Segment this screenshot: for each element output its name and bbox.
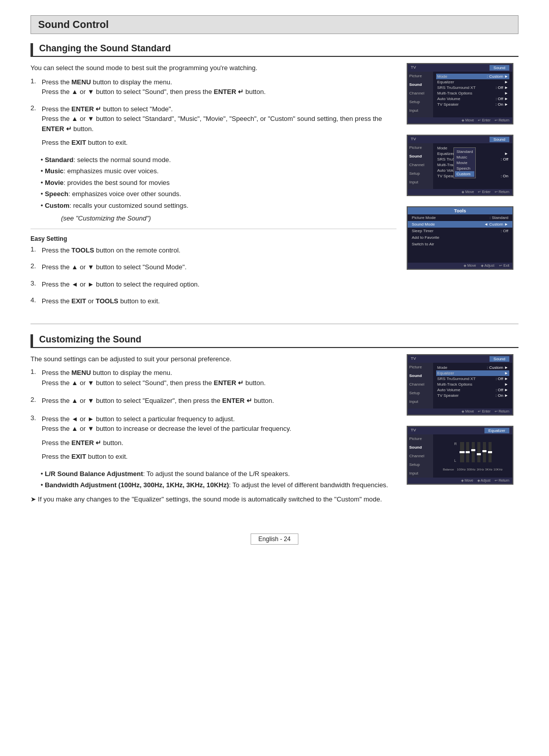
easy-step2: 2. Press the ▲ or ▼ button to select "So…: [30, 262, 396, 276]
section1-intro: You can select the sound mode to best su…: [30, 63, 396, 73]
section-changing-sound: Changing the Sound Standard You can sele…: [30, 43, 518, 313]
easy-setting: Easy Setting 1. Press the TOOLS button o…: [30, 234, 396, 310]
bullet-bandwidth: Bandwidth Adjustment (100Hz, 300Hz, 1KHz…: [41, 480, 396, 490]
section2-intro: The sound settings can be adjusted to su…: [30, 354, 396, 364]
section1-step1: 1. Press the MENU button to display the …: [30, 77, 396, 101]
page-footer: English - 24: [251, 533, 298, 545]
tv-screen-3: TV Sound Picture Sound Channel Setup Inp…: [407, 354, 513, 416]
page-container: Sound Control Changing the Sound Standar…: [30, 15, 518, 545]
tv-screen-2: TV Sound Picture Sound Channel Setup Inp…: [407, 135, 513, 196]
section-divider: [30, 324, 518, 324]
tools-title: Tools: [408, 207, 512, 214]
section1-bullets: Standard: selects the normal sound mode.…: [41, 155, 396, 211]
section1-right: TV Sound Picture Sound Channel Setup Inp…: [407, 63, 518, 313]
easy-step3: 3. Press the ◄ or ► button to select the…: [30, 279, 396, 294]
section2-note: ➤ If you make any changes to the "Equali…: [30, 494, 396, 505]
section2-step1: 1. Press the MENU button to display the …: [30, 368, 396, 392]
section2-left: The sound settings can be adjusted to su…: [30, 354, 396, 509]
section2-title: Customizing the Sound: [30, 334, 518, 348]
bullet-lr: L/R Sound Balance Adjustment: To adjust …: [41, 469, 396, 479]
section1-step2: 2. Press the ENTER ↵ button to select "M…: [30, 104, 396, 152]
section1-content: You can select the sound mode to best su…: [30, 63, 518, 313]
main-title: Sound Control: [30, 15, 518, 34]
section2-step3: 3. Press the ◄ or ► button to select a p…: [30, 414, 396, 466]
see-also: (see "Customizing the Sound"): [61, 213, 396, 224]
section2-right: TV Sound Picture Sound Channel Setup Inp…: [407, 354, 518, 509]
section2-step2: 2. Press the ▲ or ▼ button to select "Eq…: [30, 396, 396, 410]
section1-left: You can select the sound mode to best su…: [30, 63, 396, 313]
bullet-speech: Speech: emphasizes voice over other soun…: [41, 189, 396, 199]
tools-screen: Tools Picture Mode: Standard Sound Mode◄…: [407, 206, 513, 270]
footer-wrap: English - 24: [30, 518, 518, 545]
tv-screen-1: TV Sound Picture Sound Channel Setup Inp…: [407, 63, 513, 124]
section-customizing-sound: Customizing the Sound The sound settings…: [30, 334, 518, 509]
bullet-custom: Custom: recalls your customized sound se…: [41, 201, 396, 211]
easy-setting-label: Easy Setting: [30, 234, 396, 243]
section2-content: The sound settings can be adjusted to su…: [30, 354, 518, 509]
eq-screen: TV Equalizer Picture Sound Channel Setup…: [407, 426, 513, 485]
bullet-music: Music: emphasizes music over voices.: [41, 166, 396, 176]
eq-balance-bar: [460, 442, 464, 462]
section2-bullets: L/R Sound Balance Adjustment: To adjust …: [41, 469, 396, 490]
bullet-movie: Movie: provides the best sound for movie…: [41, 178, 396, 188]
bullet-standard: Standard: selects the normal sound mode.: [41, 155, 396, 165]
section1-title: Changing the Sound Standard: [30, 43, 518, 57]
eq-freq-bars: [466, 439, 492, 465]
easy-step4: 4. Press the EXIT or TOOLS button to exi…: [30, 296, 396, 310]
eq-freq-labels: Balance 100Hz 300Hz 1KHz 3KHz 10KHz: [443, 468, 503, 471]
easy-step1: 1. Press the TOOLS button on the remote …: [30, 245, 396, 260]
